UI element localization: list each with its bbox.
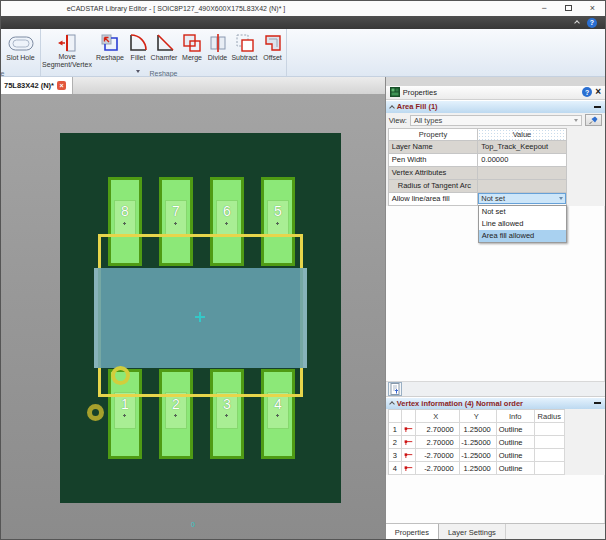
pcb-footprint-canvas[interactable]: 8 7 6 5 [1,94,385,540]
slot-hole-icon [8,32,34,54]
vertex-row[interactable]: 2 2.70000 -1.25000 Outline [389,436,565,449]
pad-1-number: 1 [111,396,139,412]
vertex-table-header: X Y Info Radius [389,410,565,423]
y-column-header: Y [460,410,497,423]
pin1-donut-marker[interactable] [87,404,104,421]
vertex-x: 2.70000 [416,423,460,436]
view-type-select[interactable]: All types [410,115,582,126]
vertex-radius [535,462,565,475]
divide-icon [208,32,228,54]
reshape-icon [100,32,120,54]
section-collapse-icon [389,105,395,111]
table-row: Layer Name Top_Track_Keepout [389,141,567,154]
tab-properties[interactable]: Properties [386,524,439,540]
panel-bottom-tabs: Properties Layer Settings [386,523,605,540]
vertex-info-section-header[interactable]: Vertex information (4) Normal order [386,397,605,410]
vertex-attributes-value[interactable] [478,167,567,180]
allow-line-area-fill-dropdown: Not set Line allowed Area fill allowed [478,205,567,243]
pad-8-number: 8 [111,203,139,219]
vertex-x: -2.70000 [416,462,460,475]
vertex-info: Outline [497,449,535,462]
chevron-down-icon [559,197,563,200]
chamfer-button[interactable]: Chamfer [149,31,179,69]
chamfer-icon [154,32,174,54]
collapse-ribbon-icon[interactable] [574,20,580,26]
panel-help-icon[interactable]: ? [582,87,592,97]
properties-panel-icon [390,87,400,97]
silk-circle-marker[interactable] [111,366,130,385]
pad-6-origin-marker [225,222,228,225]
pen-width-value[interactable]: 0.00000 [478,154,567,167]
offset-icon [263,32,283,54]
panel-close-icon[interactable]: × [595,87,601,97]
subtract-label: Subtract [231,54,257,62]
vertex-info: Outline [497,423,535,436]
vertex-info: Outline [497,462,535,475]
section-minimize-icon[interactable] [594,402,601,404]
slot-hole-button[interactable]: Slot Hole [1,31,40,69]
property-name: Pen Width [389,154,479,167]
ribbon-group-reshape-buttons: Move Segment/Vertex Reshape Fillet [41,29,286,69]
vertex-number: 2 [389,436,402,449]
pad-3-number: 3 [213,396,241,412]
document-tab-label: 75L83X42 (N)* [4,81,54,90]
minimize-icon[interactable]: − [541,4,546,13]
view-filter-row: View: All types [386,113,605,128]
reshape-button[interactable]: Reshape [93,31,127,69]
table-row: Allow line/area fill Not set [389,193,567,206]
area-fill-section-header[interactable]: Area Fill (1) [386,100,605,113]
ribbon-toolbar: Slot Hole le Move Segment/Vertex Reshape [1,29,605,77]
dropdown-option-not-set[interactable]: Not set [479,206,566,218]
vertex-y: 1.25000 [460,423,497,436]
window-titlebar: eCADSTAR Library Editor - [ SOIC8P127_49… [1,1,605,16]
tab-layer-settings[interactable]: Layer Settings [439,524,506,540]
pin-button[interactable] [585,114,602,126]
document-tabbar: 75L83X42 (N)* × [1,77,385,94]
allow-line-area-fill-select[interactable]: Not set [478,193,565,204]
vertex-number: 3 [389,449,402,462]
merge-icon [182,32,202,54]
allow-line-area-fill-value: Not set [481,194,505,203]
layer-name-value[interactable]: Top_Track_Keepout [478,141,567,154]
section-minimize-icon[interactable] [594,106,601,108]
merge-label: Merge [182,54,202,62]
vertex-icon [402,436,416,449]
fillet-button[interactable]: Fillet [127,31,149,69]
vertex-row[interactable]: 3 -2.70000 -1.25000 Outline [389,449,565,462]
chevron-down-icon [574,119,578,122]
property-name: Radius of Tangent Arc [389,180,479,193]
section-collapse-icon [389,402,395,408]
vertex-row[interactable]: 1 2.70000 1.25000 Outline [389,423,565,436]
fillet-dropdown-icon[interactable] [136,70,140,73]
slot-hole-label: Slot Hole [6,54,34,62]
info-column-header: Info [497,410,535,423]
main-area: 75L83X42 (N)* × 8 7 [1,77,605,540]
offset-label: Offset [263,54,282,62]
divide-button[interactable]: Divide [205,31,230,69]
ecadstar-library-editor-window: eCADSTAR Library Editor - [ SOIC8P127_49… [0,0,606,540]
document-tab[interactable]: 75L83X42 (N)* × [1,77,73,94]
close-icon[interactable]: × [590,4,595,13]
ribbon-collapse-strip: ? [1,16,605,29]
dropdown-option-line-allowed[interactable]: Line allowed [479,218,566,230]
pin-icon [589,116,598,125]
dropdown-option-area-fill-allowed[interactable]: Area fill allowed [479,230,566,242]
offset-button[interactable]: Offset [259,31,286,69]
view-type-value: All types [414,116,442,125]
help-icon[interactable]: ? [587,18,597,28]
vertex-radius [535,423,565,436]
document-tab-close-icon[interactable]: × [57,81,66,90]
allow-line-area-fill-cell: Not set [478,193,566,206]
move-segment-vertex-label: Move Segment/Vertex [41,53,93,69]
export-button[interactable] [388,382,402,396]
value-column-header: Value [478,129,567,141]
vertex-row[interactable]: 4 -2.70000 1.25000 Outline [389,462,565,475]
vertex-y: -1.25000 [460,449,497,462]
maximize-icon[interactable] [565,4,572,13]
merge-button[interactable]: Merge [179,31,205,69]
view-label: View: [389,116,407,125]
vertex-icon [402,449,416,462]
subtract-button[interactable]: Subtract [230,31,259,69]
radius-tangent-arc-value[interactable] [478,180,566,193]
move-segment-vertex-button[interactable]: Move Segment/Vertex [41,31,93,69]
